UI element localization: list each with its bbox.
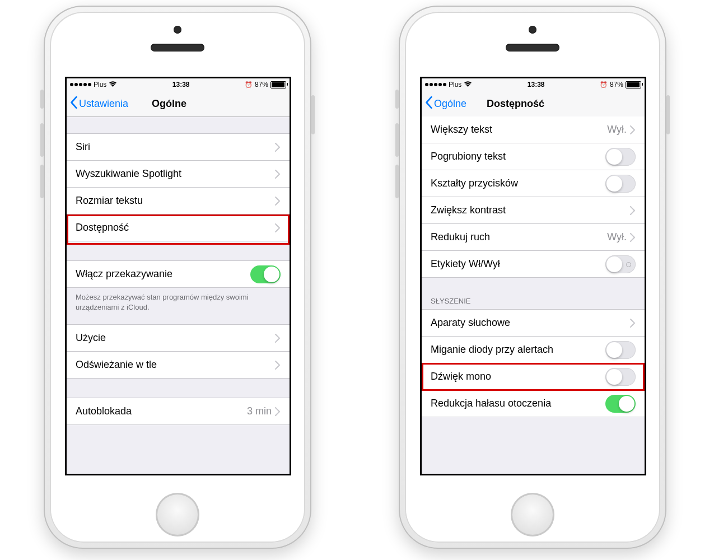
volume-down-button xyxy=(40,165,44,198)
detail-value: Wył. xyxy=(607,124,627,136)
list-item[interactable]: Redukuj ruchWył. xyxy=(422,223,645,250)
front-camera xyxy=(174,26,181,34)
page-title: Dostępność xyxy=(487,98,544,110)
chevron-right-icon xyxy=(275,334,281,343)
status-bar: Plus 13:38 ⏰ 87% xyxy=(422,78,645,91)
volume-up-button xyxy=(40,123,44,157)
screen-general: Plus 13:38 ⏰ 87% Ustawienia Ogólne Siri … xyxy=(65,77,291,475)
status-time: 13:38 xyxy=(528,81,545,88)
toggle-switch[interactable] xyxy=(250,265,281,283)
battery-percent: 87% xyxy=(610,81,623,88)
chevron-right-icon xyxy=(630,233,636,242)
power-button xyxy=(666,95,670,134)
detail-value: Wył. xyxy=(607,231,627,243)
list-item-handoff[interactable]: Włącz przekazywanie xyxy=(67,260,290,288)
toggle-switch[interactable] xyxy=(605,175,636,193)
section-header: SŁYSZENIE xyxy=(422,297,645,309)
list-item[interactable]: Etykiety Wł/Wył xyxy=(422,250,645,278)
list-item[interactable]: Redukcja hałasu otoczenia xyxy=(422,390,645,417)
battery-percent: 87% xyxy=(255,81,268,88)
list-item[interactable]: Większy tekstWył. xyxy=(422,116,645,143)
list-item[interactable]: Odświeżanie w tle xyxy=(67,351,290,379)
back-label: Ustawienia xyxy=(79,98,128,110)
screen-accessibility: Plus 13:38 ⏰ 87% Ogólne Dostępność Więks… xyxy=(420,77,646,475)
list-item-autolock[interactable]: Autoblokada3 min xyxy=(67,398,290,425)
chevron-right-icon xyxy=(275,197,281,206)
home-button[interactable] xyxy=(511,493,554,536)
settings-list[interactable]: Siri Wyszukiwanie Spotlight Rozmiar teks… xyxy=(67,116,290,474)
battery-icon xyxy=(626,81,641,88)
phone-mockup-left: Plus 13:38 ⏰ 87% Ustawienia Ogólne Siri … xyxy=(44,6,311,549)
chevron-right-icon xyxy=(275,143,281,152)
chevron-right-icon xyxy=(275,170,281,179)
signal-dots-icon xyxy=(70,83,91,86)
back-button[interactable]: Ogólne xyxy=(422,96,466,111)
status-bar: Plus 13:38 ⏰ 87% xyxy=(67,78,290,91)
back-button[interactable]: Ustawienia xyxy=(67,96,128,111)
phone-mockup-right: Plus 13:38 ⏰ 87% Ogólne Dostępność Więks… xyxy=(399,6,666,549)
page-title: Ogólne xyxy=(152,98,186,110)
chevron-right-icon xyxy=(275,361,281,370)
chevron-left-icon xyxy=(425,96,433,111)
wifi-icon xyxy=(109,81,117,88)
carrier-label: Plus xyxy=(94,81,106,88)
list-item[interactable]: Kształty przycisków xyxy=(422,170,645,197)
chevron-right-icon xyxy=(630,206,636,215)
signal-dots-icon xyxy=(425,83,446,86)
settings-list[interactable]: Większy tekstWył. Pogrubiony tekst Kszta… xyxy=(422,116,645,474)
volume-down-button xyxy=(395,165,399,198)
list-item[interactable]: Siri xyxy=(67,133,290,160)
volume-up-button xyxy=(395,123,399,157)
list-item[interactable]: Aparaty słuchowe xyxy=(422,309,645,336)
power-button xyxy=(311,95,315,134)
back-label: Ogólne xyxy=(434,98,466,110)
status-time: 13:38 xyxy=(172,81,190,88)
list-item-mono-audio[interactable]: Dźwięk mono xyxy=(422,363,645,390)
mute-switch xyxy=(40,90,44,109)
list-item-accessibility[interactable]: Dostępność xyxy=(67,214,290,241)
nav-bar: Ustawienia Ogólne xyxy=(67,91,290,117)
list-item[interactable]: Użycie xyxy=(67,324,290,351)
list-item[interactable]: Zwiększ kontrast xyxy=(422,197,645,223)
group-footer: Możesz przekazywać stan programów między… xyxy=(67,288,290,312)
alarm-icon: ⏰ xyxy=(600,81,608,88)
earpiece-speaker xyxy=(506,44,559,52)
detail-value: 3 min xyxy=(247,405,272,417)
wifi-icon xyxy=(464,81,472,88)
home-button[interactable] xyxy=(156,493,199,536)
nav-bar: Ogólne Dostępność xyxy=(422,91,645,117)
alarm-icon: ⏰ xyxy=(245,81,253,88)
toggle-switch[interactable] xyxy=(605,395,636,413)
earpiece-speaker xyxy=(151,44,204,52)
list-item[interactable]: Pogrubiony tekst xyxy=(422,143,645,170)
carrier-label: Plus xyxy=(449,81,461,88)
list-item[interactable]: Miganie diody przy alertach xyxy=(422,336,645,363)
battery-icon xyxy=(270,81,286,88)
chevron-right-icon xyxy=(630,125,636,134)
toggle-switch[interactable] xyxy=(605,148,636,166)
chevron-right-icon xyxy=(275,223,281,232)
toggle-switch[interactable] xyxy=(605,368,636,386)
toggle-switch[interactable] xyxy=(605,255,636,273)
chevron-right-icon xyxy=(275,407,281,416)
toggle-switch[interactable] xyxy=(605,341,636,359)
list-item[interactable]: Wyszukiwanie Spotlight xyxy=(67,160,290,187)
mute-switch xyxy=(395,90,399,109)
chevron-right-icon xyxy=(630,319,636,328)
front-camera xyxy=(529,26,536,34)
chevron-left-icon xyxy=(70,96,78,111)
list-item[interactable]: Rozmiar tekstu xyxy=(67,187,290,214)
